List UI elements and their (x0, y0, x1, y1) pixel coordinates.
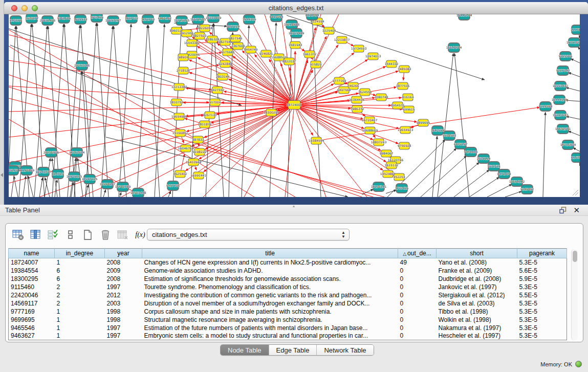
edge-red[interactable] (9, 86, 294, 105)
edge-black[interactable] (566, 116, 580, 119)
edge-black[interactable] (505, 191, 522, 197)
network-canvas[interactable]: 1872400718300295193845548960122891295518… (9, 14, 580, 197)
split-resize-grip[interactable]: ▴ (291, 205, 296, 208)
edge-black[interactable] (119, 24, 131, 197)
edge-red[interactable] (244, 105, 294, 197)
column-header-in_degree[interactable]: in_degree (55, 249, 105, 258)
edge-black[interactable] (568, 131, 580, 136)
edge-black[interactable] (432, 136, 437, 197)
table-cell: 49 (398, 258, 437, 267)
edge-black[interactable] (579, 35, 580, 37)
edge-red[interactable] (294, 60, 308, 105)
select-rows-button[interactable] (46, 228, 61, 242)
node-label: 1152760 (141, 17, 155, 21)
column-header-year[interactable]: year (105, 249, 142, 258)
scrollbar-thumb[interactable] (573, 251, 577, 262)
column-header-title[interactable]: title (142, 249, 398, 258)
column-header-name[interactable]: name (9, 249, 55, 258)
close-panel-icon[interactable]: ✕ (573, 206, 580, 215)
column-header-out_de[interactable]: △out_de... (398, 249, 437, 258)
edge-black[interactable] (148, 25, 160, 197)
table-row[interactable]: 911546021997Tourette syndrome. Phenomeno… (9, 283, 567, 291)
row-height-button[interactable] (63, 228, 78, 242)
edge-red[interactable] (294, 105, 399, 144)
edge-black[interactable] (438, 53, 453, 197)
edge-black[interactable] (579, 163, 580, 164)
node-label: 16991441 (191, 173, 207, 177)
delete-table-button[interactable] (98, 228, 113, 242)
edge-black[interactable] (14, 176, 18, 197)
edge-black[interactable] (405, 148, 456, 197)
edge-black[interactable] (386, 190, 397, 193)
edge-black[interactable] (454, 170, 489, 197)
edge-black[interactable] (571, 59, 580, 63)
edge-black[interactable] (39, 178, 42, 197)
edge-black[interactable] (45, 158, 50, 197)
table-row[interactable]: 977716911998Corpus callosum shape and si… (9, 308, 567, 316)
node-label: 452254 (394, 175, 405, 179)
table-row[interactable]: 1456911722003Disruption of a novel membe… (9, 299, 567, 308)
edge-black[interactable] (568, 73, 580, 77)
node-label: 15720407 (362, 118, 378, 122)
table-selector-dropdown[interactable]: citations_edges.txt ▲▼ (147, 229, 350, 240)
tab-network-table[interactable]: Network Table (316, 345, 373, 355)
edge-black[interactable] (487, 184, 512, 197)
tab-edge-table[interactable]: Edge Table (269, 345, 317, 355)
window-titlebar[interactable]: citations_edges.txt (4, 2, 588, 14)
edge-black[interactable] (11, 172, 15, 197)
edge-black[interactable] (190, 25, 198, 197)
edge-black[interactable] (137, 25, 147, 197)
node-label: 9245852 (520, 187, 534, 191)
table-row[interactable]: 969969511998Structural magnetic resonanc… (9, 316, 567, 324)
node-label: 19654923 (398, 128, 413, 132)
table-row[interactable]: 2242004622012Investigating the contribut… (9, 291, 567, 299)
table-row[interactable]: 1830029562008Estimation of significance … (9, 275, 567, 283)
column-chooser-button[interactable] (28, 228, 43, 242)
edge-black[interactable] (120, 192, 121, 197)
table-row[interactable]: 1872400712008Changes of HCN gene express… (9, 258, 567, 267)
edge-black[interactable] (543, 112, 546, 197)
table-row[interactable]: 1938455462009Genome-wide association stu… (9, 267, 567, 275)
edge-black[interactable] (454, 53, 469, 197)
node-label: 18300295 (264, 111, 279, 114)
column-header-pagerank[interactable]: pagerank (517, 249, 567, 258)
tab-node-table[interactable]: Node Table (221, 345, 269, 355)
new-table-button[interactable] (80, 228, 96, 242)
node-label: 699615 (403, 107, 415, 111)
table-cell: 0 (398, 275, 437, 283)
left-collapse-rail[interactable] (0, 0, 4, 205)
edge-black[interactable] (439, 162, 480, 197)
edge-red[interactable] (294, 67, 386, 105)
edge-black[interactable] (573, 147, 580, 151)
column-header-short[interactable]: short (437, 249, 517, 258)
table-cell: 1997 (105, 332, 142, 340)
edge-red[interactable] (9, 105, 294, 112)
edge-black[interactable] (229, 32, 233, 197)
table-settings-button[interactable] (11, 228, 26, 242)
float-panel-icon[interactable] (559, 207, 567, 214)
edge-red[interactable] (205, 105, 294, 149)
table-cell: 0 (398, 291, 437, 299)
node-label: 9242848 (219, 62, 232, 65)
edge-black[interactable] (421, 156, 467, 197)
node-label: 16543382 (184, 41, 200, 45)
table-cell: Disruption of a novel member of a sodium… (142, 299, 398, 308)
node-label: 8912955 (180, 31, 194, 35)
edge-black[interactable] (9, 26, 15, 168)
import-table-button[interactable] (115, 228, 130, 242)
network-canvas-svg[interactable]: 1872400718300295193845548960122891295518… (9, 14, 580, 197)
function-builder-button[interactable]: f(x) (133, 228, 148, 242)
edge-black[interactable] (103, 189, 106, 197)
edge-black[interactable] (565, 100, 580, 101)
edge-black[interactable] (155, 24, 164, 197)
edge-black[interactable] (469, 177, 499, 197)
node-label: 8427552 (211, 88, 225, 92)
table-vertical-scrollbar[interactable] (571, 249, 578, 340)
canvas-resize-grip[interactable] (573, 190, 578, 195)
table-row[interactable]: 946554611997Estimation of the future num… (9, 324, 567, 332)
collapse-arrow-icon[interactable] (1, 173, 3, 177)
table-row[interactable]: 946362711997Embryonic stem cells: a mode… (9, 332, 567, 340)
node-label: 18807243 (371, 140, 387, 144)
node-label: 6497568 (337, 88, 351, 92)
edge-black[interactable] (566, 87, 580, 91)
